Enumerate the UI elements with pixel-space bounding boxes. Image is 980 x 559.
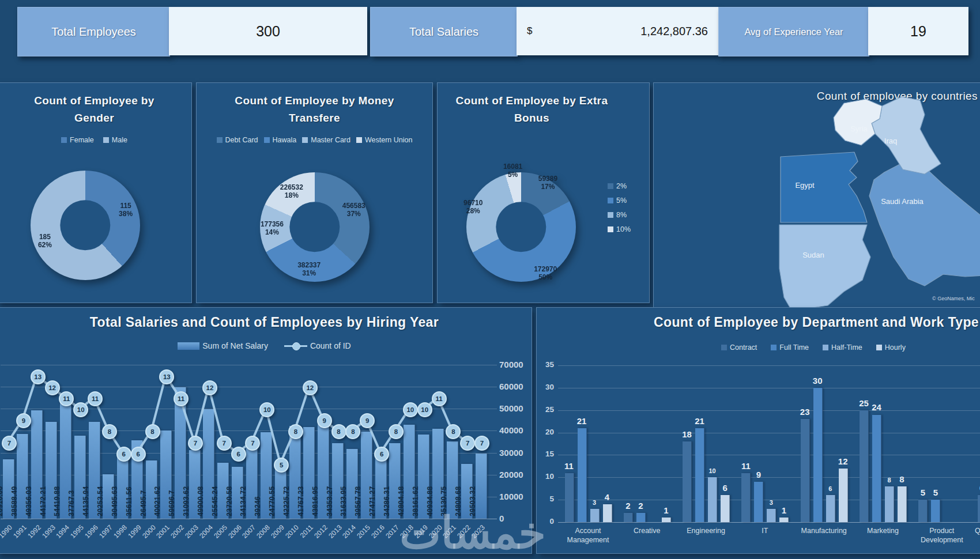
count-marker[interactable]: 7	[460, 436, 475, 451]
kpi-avg-experience-value[interactable]: 19	[868, 7, 968, 55]
legend-worktype-swatch	[721, 345, 727, 350]
kpi-total-salaries-value[interactable]: $ 1,242,807.36	[517, 7, 718, 55]
donut-slice-label: 160815%	[491, 163, 535, 179]
count-marker[interactable]: 10	[417, 402, 432, 417]
dept-bar[interactable]	[779, 518, 789, 522]
department-plot[interactable]: 112134Account Management221Creative18211…	[558, 365, 980, 523]
dept-bar[interactable]	[931, 500, 940, 522]
dept-bar[interactable]	[801, 419, 810, 522]
count-marker[interactable]: 9	[317, 413, 332, 428]
legend-money-item: Western Union	[356, 136, 412, 144]
legend-bonus-label: 5%	[616, 197, 627, 205]
map-country-egypt[interactable]	[781, 152, 867, 222]
legend-bonus-item: 5%	[608, 197, 631, 205]
map-label-egypt: Egypt	[795, 181, 815, 190]
kpi-avg-experience-label[interactable]: Avg of Experience Year	[718, 7, 869, 56]
dept-bar[interactable]	[839, 469, 848, 522]
count-marker[interactable]: 13	[31, 369, 46, 384]
dept-bar[interactable]	[636, 513, 646, 522]
chart-panel-money-transfer[interactable]: Count of Employee by Money Transfere Deb…	[196, 82, 433, 303]
count-marker[interactable]: 6	[374, 447, 389, 462]
count-marker[interactable]: 5	[274, 458, 289, 473]
dept-bar[interactable]	[885, 486, 894, 522]
count-marker[interactable]: 7	[188, 436, 203, 451]
kpi-total-salaries-label[interactable]: Total Salaries	[370, 7, 518, 56]
dept-bar-label: 4	[597, 492, 617, 502]
count-marker[interactable]: 12	[303, 380, 318, 395]
count-marker[interactable]: 11	[432, 391, 447, 406]
chart-panel-extra-bonus[interactable]: Count of Employee by Extra Bonus 2%5%8%1…	[437, 82, 650, 303]
hiring-year-plot[interactable]: 26916.0638588.4949356.0344172.2154419.88…	[1, 365, 497, 519]
chart-panel-department[interactable]: Count of Employee by Department and Work…	[536, 307, 980, 554]
legend-money-swatch	[356, 137, 362, 143]
legend-money-swatch	[264, 137, 270, 143]
count-marker[interactable]: 6	[231, 447, 246, 462]
dept-bar[interactable]	[662, 518, 671, 522]
chart-panel-hiring-year[interactable]: Total Salaries and Count of Employees by…	[0, 307, 532, 554]
chart-panel-map[interactable]: Count of employee by countries Egypt Sud…	[653, 82, 980, 315]
count-marker[interactable]: 8	[145, 424, 160, 439]
kpi-total-employees-value[interactable]: 300	[169, 7, 367, 55]
y-axis-tick-label: 40000	[499, 425, 523, 435]
dept-bar-label: 1	[774, 505, 794, 515]
y-axis-tick-label: 20000	[499, 470, 523, 479]
chart-panel-gender[interactable]: Count of Employee by Gender FemaleMale 1…	[0, 82, 192, 303]
map-country-saudi-arabia[interactable]	[869, 160, 980, 286]
count-marker[interactable]: 6	[116, 447, 131, 462]
dept-bar[interactable]	[826, 495, 835, 522]
legend-money-label: Western Union	[365, 136, 412, 144]
dept-bar[interactable]	[813, 388, 823, 522]
dept-bar[interactable]	[978, 495, 980, 522]
dept-bar-label: 6	[820, 485, 840, 492]
dept-bar[interactable]	[590, 509, 600, 522]
y-axis-tick-label: 0	[499, 513, 504, 523]
donut-extra-bonus[interactable]: 5938917%17297050%9671028%160815%	[466, 172, 576, 282]
dept-bar[interactable]	[721, 495, 730, 522]
dept-bar-label: 6	[715, 483, 735, 493]
count-marker[interactable]: 7	[474, 436, 489, 451]
dept-bar[interactable]	[741, 473, 751, 522]
map-label-sudan: Sudan	[802, 251, 824, 259]
dept-y-tick-label: 5	[539, 494, 554, 503]
count-marker[interactable]: 12	[45, 380, 60, 395]
donut-money-transfer[interactable]: 45658337%38233731%17735614%22653218%	[260, 172, 370, 282]
kpi-total-employees-label[interactable]: Total Employees	[17, 7, 170, 56]
dept-bar[interactable]	[578, 428, 587, 522]
bar-series-swatch	[178, 342, 199, 350]
kpi-total-employees-value-text: 300	[256, 23, 280, 40]
legend-count-id-item: Count of ID	[284, 341, 351, 350]
count-marker[interactable]: 9	[16, 413, 31, 428]
legend-money-label: Debt Card	[225, 136, 258, 144]
count-marker[interactable]: 6	[131, 447, 146, 462]
dept-y-tick-label: 20	[539, 428, 554, 436]
donut-slice-label: 18562%	[23, 233, 67, 249]
legend-department: ContractFull TimeHalf-TimeHourly	[640, 343, 980, 352]
count-marker[interactable]: 10	[403, 402, 418, 417]
legend-worktype-item: Full Time	[771, 343, 809, 352]
count-marker[interactable]: 12	[202, 380, 217, 395]
donut-hole	[496, 202, 546, 252]
legend-worktype-item: Contract	[721, 343, 757, 352]
line-series-icon	[284, 342, 307, 350]
dept-bar[interactable]	[872, 415, 881, 523]
category-label: Marketing	[851, 526, 915, 535]
dept-bar[interactable]	[683, 441, 692, 522]
dept-bar[interactable]	[624, 513, 633, 522]
map-country-iraq[interactable]	[872, 97, 941, 174]
dept-bar[interactable]	[860, 410, 869, 522]
category-label: Engineering	[674, 526, 738, 535]
dept-bar[interactable]	[898, 486, 907, 522]
legend-worktype-label: Contract	[730, 343, 757, 352]
count-marker[interactable]: 8	[331, 424, 346, 439]
donut-gender[interactable]: 11538%18562%	[31, 171, 140, 280]
dept-bar[interactable]	[603, 504, 612, 522]
map-country-sudan[interactable]	[779, 225, 870, 311]
legend-bonus-label: 2%	[616, 182, 627, 190]
count-marker[interactable]: 7	[245, 436, 260, 451]
legend-bonus-item: 2%	[608, 182, 631, 190]
count-marker[interactable]: 7	[217, 436, 232, 451]
dept-bar[interactable]	[565, 473, 574, 522]
dept-bar[interactable]	[918, 500, 928, 522]
dept-bar[interactable]	[695, 428, 704, 522]
count-marker[interactable]: 7	[2, 436, 17, 451]
